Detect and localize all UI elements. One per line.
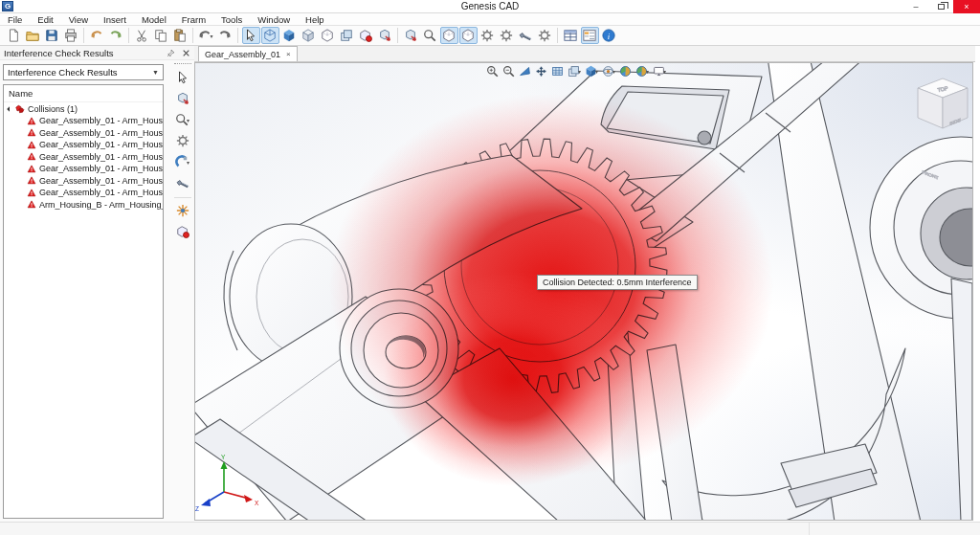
main-toolbar: ▾ — [0, 26, 980, 46]
exploded-view-button[interactable] — [376, 27, 394, 44]
section-view-2-button[interactable] — [459, 27, 478, 44]
interference-check-button[interactable] — [402, 27, 420, 44]
screw-icon — [176, 176, 189, 189]
table-view-button[interactable] — [562, 27, 580, 44]
shaded-cube-icon — [282, 29, 296, 42]
tree-expander-icon[interactable] — [7, 106, 12, 112]
strip-appearance-button[interactable] — [173, 201, 192, 220]
redo-alt-button[interactable] — [216, 27, 234, 44]
cut-button[interactable] — [133, 27, 151, 44]
tree-item-collision[interactable]: Gear_Assembly_01 - Arm_Housing_B — [4, 187, 163, 199]
list-view-button[interactable] — [581, 27, 599, 44]
tree-item-collision[interactable]: Gear_Assembly_01 - Arm_Housing_B — [4, 175, 163, 188]
restore-icon — [938, 4, 945, 10]
open-folder-icon — [26, 29, 39, 42]
tree-item-collision[interactable]: Gear_Assembly_01 - Arm_Housing_B — [4, 115, 163, 127]
save-button[interactable] — [43, 27, 61, 44]
display-wireframe-button[interactable] — [261, 27, 279, 44]
info-button[interactable] — [600, 27, 618, 44]
caret-down-icon: ▾ — [187, 159, 189, 166]
redo-alt-icon — [218, 29, 232, 42]
display-hidden-lines-button[interactable] — [319, 27, 337, 44]
cursor-icon — [176, 71, 189, 84]
divider — [174, 197, 191, 198]
menu-model[interactable]: Model — [134, 13, 174, 26]
maximize-button[interactable] — [928, 0, 953, 13]
print-icon — [64, 29, 78, 42]
tab-close-icon[interactable]: × — [286, 50, 291, 58]
tree-item-collision[interactable]: Gear_Assembly_01 - Arm_Housing_B — [4, 127, 163, 140]
assembly-view-1-button[interactable] — [338, 27, 356, 44]
sheet-icon — [551, 65, 564, 78]
undo-alt-button[interactable]: ▾ — [197, 27, 215, 44]
menu-insert[interactable]: Insert — [96, 13, 134, 26]
tree-item-collision[interactable]: Gear_Assembly_01 - Arm_Housing_B — [4, 163, 163, 175]
interference-inspect-button[interactable] — [421, 27, 439, 44]
paste-button[interactable] — [171, 27, 189, 44]
minimize-button[interactable]: – — [903, 0, 928, 13]
shaded-sphere-icon — [619, 65, 632, 78]
menu-file[interactable]: File — [0, 13, 30, 26]
undo-button[interactable] — [88, 27, 106, 44]
display-monitor-button[interactable]: ▾ — [651, 64, 668, 78]
redo-button[interactable] — [107, 27, 125, 44]
close-panel-button[interactable] — [179, 47, 192, 59]
view-cube-button[interactable]: ▾ — [583, 64, 600, 78]
close-icon — [182, 49, 190, 57]
redo-icon — [109, 29, 122, 42]
tab-gear-assembly-01[interactable]: Gear_Assembly_01 × — [198, 46, 298, 61]
orbit-view-button[interactable]: ▾ — [600, 64, 617, 78]
strip-select-button[interactable] — [173, 68, 192, 87]
menu-view[interactable]: View — [61, 13, 96, 26]
view-sheet-button[interactable] — [549, 64, 566, 78]
zoom-area-button[interactable] — [517, 64, 533, 78]
constraint-settings-1-button[interactable] — [479, 27, 497, 44]
strip-clamp-button[interactable]: ▾ — [173, 152, 192, 171]
interference-cube-icon — [404, 29, 417, 42]
triad-x-label: X — [255, 500, 259, 506]
pin-panel-button[interactable] — [164, 47, 177, 59]
zoom-out-button[interactable] — [501, 64, 517, 78]
strip-zoom-inspect-button[interactable]: ▾ — [173, 110, 192, 129]
status-bar — [0, 522, 980, 535]
strip-fastener-button[interactable] — [173, 173, 192, 192]
tree-item-collision[interactable]: Arm_Housing_B - Arm_Housing_B — [4, 199, 163, 212]
constraint-settings-2-button[interactable] — [498, 27, 516, 44]
print-button[interactable] — [62, 27, 80, 44]
assembly-view-2-button[interactable] — [357, 27, 375, 44]
new-file-button[interactable] — [5, 27, 23, 44]
model-canvas[interactable]: TOP FRONT SIDE X Y Z — [194, 62, 973, 521]
menu-help[interactable]: Help — [298, 13, 332, 26]
select-cursor-button[interactable] — [242, 27, 260, 44]
menu-frarm[interactable]: Frarm — [174, 13, 213, 26]
tree-root-collisions[interactable]: Collisions (1) — [4, 102, 163, 115]
measure-1-button[interactable] — [517, 27, 535, 44]
tree-item-collision[interactable]: Gear_Assembly_01 - Arm_Housing_B — [4, 151, 163, 164]
view-copy-button[interactable]: ▾ — [566, 64, 583, 78]
open-button[interactable] — [24, 27, 42, 44]
display-shaded-blue-button[interactable] — [280, 27, 299, 44]
menu-window[interactable]: Window — [250, 13, 298, 26]
cursor-icon — [244, 29, 257, 42]
zoom-fit-button[interactable] — [533, 64, 549, 78]
material-sphere-button[interactable]: ▾ — [634, 64, 651, 78]
caret-down-icon: ▾ — [646, 68, 649, 75]
section-view-1-button[interactable] — [440, 27, 458, 44]
close-button[interactable]: × — [953, 0, 980, 13]
menu-edit[interactable]: Edit — [30, 13, 60, 26]
shaded-sphere-button[interactable] — [617, 64, 634, 78]
measure-2-button[interactable] — [536, 27, 554, 44]
menu-tools[interactable]: Tools — [213, 13, 250, 26]
strip-interference-button[interactable] — [173, 89, 192, 108]
strip-gear-settings-button[interactable] — [173, 131, 192, 150]
zoom-in-button[interactable] — [484, 64, 501, 78]
collision-icon — [14, 104, 25, 114]
warning-icon — [27, 176, 36, 185]
copy-button[interactable] — [152, 27, 170, 44]
tree-item-collision[interactable]: Gear_Assembly_01 - Arm_Housing_B — [4, 139, 163, 151]
results-dropdown[interactable]: Interference Check Results ▼ — [3, 64, 164, 80]
strip-component-badge-button[interactable] — [173, 222, 192, 241]
grip-handle[interactable] — [174, 63, 191, 64]
panel-title: Interference Check Results — [4, 48, 164, 58]
display-shaded-button[interactable] — [300, 27, 318, 44]
